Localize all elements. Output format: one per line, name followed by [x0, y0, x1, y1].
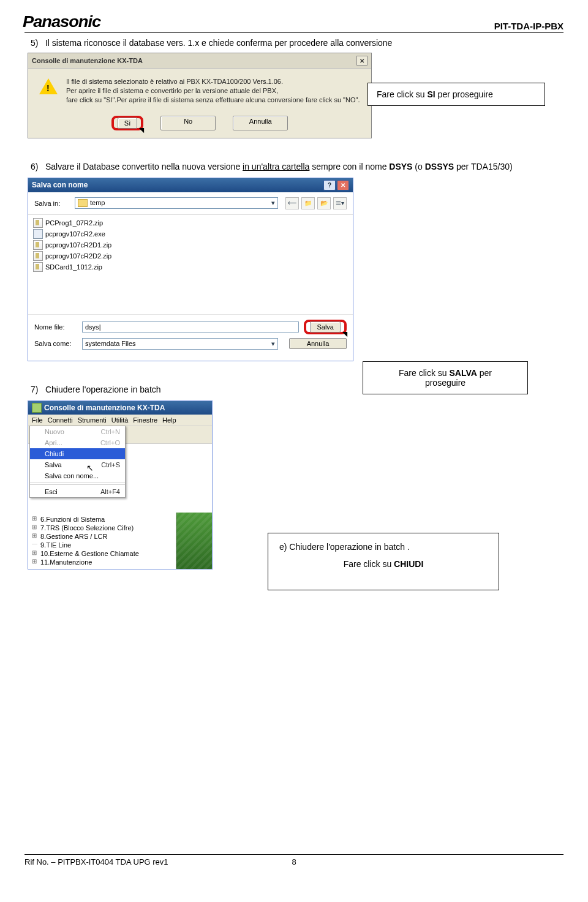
folder-name: temp	[90, 199, 105, 206]
filetype-dropdown[interactable]: systemdata Files ▾	[82, 338, 278, 350]
exe-icon	[33, 229, 43, 239]
tree-item[interactable]: 10.Esterne & Gestione Chiamate	[32, 549, 172, 558]
file-name: pcprogv107cR2.exe	[45, 230, 105, 238]
dialog-titlebar: Consolle di manutenzione KX-TDA ✕	[28, 53, 371, 69]
file-name: PCProg1_07R2.zip	[45, 219, 103, 227]
close-icon[interactable]: ✕	[337, 180, 349, 190]
save-toolbar: Salva in: temp ▾ ⟵ 📁 📂 ☰▾	[28, 192, 353, 215]
doc-code: PIT-TDA-IP-PBX	[494, 21, 564, 31]
filetype-value: systemdata Files	[85, 340, 136, 347]
help-icon[interactable]: ?	[323, 180, 336, 190]
step-7-text: Chiudere l'operazione in batch	[45, 385, 161, 394]
tree-item[interactable]: 6.Funzioni di Sistema	[32, 515, 172, 524]
page-header: Panasonic PIT-TDA-IP-PBX	[24, 12, 564, 33]
file-name: SDCard1_1012.zip	[45, 263, 102, 271]
cursor-icon: ↖	[86, 463, 94, 473]
tree-item[interactable]: 7.TRS (Blocco Selezione Cifre)	[32, 524, 172, 532]
save-title-text: Salva con nome	[32, 181, 88, 189]
salva-button-highlight: Salva	[304, 320, 347, 334]
maintenance-console-window: Consolle di manutenzione KX-TDA FileConn…	[28, 400, 213, 569]
step-5-num: 5)	[31, 38, 43, 48]
no-button[interactable]: No	[160, 116, 216, 130]
filemenu-salva[interactable]: SalvaCtrl+S	[30, 459, 125, 470]
annulla-button[interactable]: Annulla	[233, 116, 288, 130]
app-icon	[32, 403, 42, 413]
folder-dropdown[interactable]: temp ▾	[75, 197, 278, 209]
step-7-num: 7)	[31, 385, 43, 394]
menu-finestre[interactable]: Finestre	[133, 416, 157, 424]
brand-logo: Panasonic	[23, 12, 100, 31]
file-item[interactable]: pcprogv107cR2D1.zip	[33, 239, 348, 250]
note-salva: Fare click su SALVA per proseguire	[363, 361, 528, 394]
file-item[interactable]: pcprogv107cR2D2.zip	[33, 250, 348, 261]
confirmation-dialog: Consolle di manutenzione KX-TDA ✕ Il fil…	[28, 53, 372, 138]
folder-icon	[78, 199, 88, 207]
filemenu-nuovo: NuovoCtrl+N	[30, 426, 125, 437]
up-folder-icon[interactable]: 📁	[301, 197, 315, 209]
menu-connetti[interactable]: Connetti	[48, 416, 73, 424]
file-list[interactable]: PCProg1_07R2.zippcprogv107cR2.exepcprogv…	[28, 215, 353, 314]
step-6: 6) Salvare il Database convertito nella …	[31, 162, 564, 171]
file-name: pcprogv107cR2D2.zip	[45, 252, 111, 260]
save-as-dialog: Salva con nome ? ✕ Salva in: temp ▾ ⟵ 📁 …	[28, 178, 353, 361]
filemenu-chiudi[interactable]: Chiudi	[30, 448, 125, 459]
step-5-text: Il sistema riconosce il database vers. 1…	[45, 38, 393, 48]
note-si: Fare click su SI per proseguire	[368, 83, 545, 106]
dialog-line2: Per aprire il file di sistema e converti…	[66, 86, 360, 96]
note-si-bold: SI	[427, 89, 435, 99]
file-item[interactable]: pcprogv107cR2.exe	[33, 228, 348, 239]
menu-help[interactable]: Help	[162, 416, 176, 424]
new-folder-icon[interactable]: 📂	[317, 197, 331, 209]
file-item[interactable]: PCProg1_07R2.zip	[33, 217, 348, 228]
zip-icon	[33, 251, 43, 261]
salvacome-label: Salva come:	[34, 340, 77, 347]
note-si-prefix: Fare click su	[377, 89, 427, 99]
menubar: FileConnettiStrumentiUtilitàFinestreHelp	[28, 415, 212, 426]
tree-item[interactable]: 9.TIE Line	[32, 541, 172, 549]
tree-item[interactable]: 8.Gestione ARS / LCR	[32, 532, 172, 541]
footer-left: Rif No. – PITPBX-IT0404 TDA UPG rev1	[24, 857, 168, 866]
si-button-highlight: Sì	[111, 116, 143, 130]
zip-icon	[33, 218, 43, 228]
zip-icon	[33, 240, 43, 250]
file-name: pcprogv107cR2D1.zip	[45, 241, 111, 249]
note-chiudi: e) Chiudere l'operazione in batch . Fare…	[268, 533, 499, 590]
content-panel	[176, 513, 212, 569]
zip-icon	[33, 262, 43, 272]
file-menu-dropdown: NuovoCtrl+NApri...Ctrl+OChiudiSalvaCtrl+…	[29, 426, 126, 498]
dialog-message: Il file di sistema selezionato è relativ…	[66, 77, 360, 105]
menu-file[interactable]: File	[32, 416, 43, 424]
filemenu-apri-: Apri...Ctrl+O	[30, 437, 125, 448]
dialog-line1: Il file di sistema selezionato è relativ…	[66, 77, 360, 86]
note-si-suffix: per proseguire	[435, 89, 493, 99]
maint-titlebar: Consolle di manutenzione KX-TDA	[28, 401, 212, 415]
file-item[interactable]: SDCard1_1012.zip	[33, 261, 348, 272]
salva-in-label: Salva in:	[34, 200, 71, 207]
tree-item[interactable]: 11.Manutenzione	[32, 558, 172, 566]
dialog-line3: fare click su "SI".Per aprire il file di…	[66, 96, 360, 105]
annulla-save-button[interactable]: Annulla	[289, 338, 347, 349]
salva-button[interactable]: Salva	[310, 321, 341, 333]
step-6-num: 6)	[31, 162, 43, 171]
si-button[interactable]: Sì	[118, 118, 137, 129]
menu-strumenti[interactable]: Strumenti	[78, 416, 107, 424]
view-menu-icon[interactable]: ☰▾	[333, 197, 347, 209]
step-5: 5) Il sistema riconosce il database vers…	[31, 38, 564, 48]
maint-title-text: Consolle di manutenzione KX-TDA	[44, 404, 165, 412]
back-icon[interactable]: ⟵	[285, 197, 299, 209]
close-icon[interactable]: ✕	[356, 56, 368, 66]
nav-tree[interactable]: 6.Funzioni di Sistema7.TRS (Blocco Selez…	[28, 513, 176, 569]
filename-input[interactable]: dsys	[82, 321, 299, 333]
dialog-title: Consolle di manutenzione KX-TDA	[32, 57, 143, 64]
filemenu-salva-con-nome-[interactable]: Salva con nome...	[30, 470, 125, 481]
nomefile-label: Nome file:	[34, 323, 77, 331]
save-titlebar: Salva con nome ? ✕	[28, 178, 353, 192]
menu-utilità[interactable]: Utilità	[111, 416, 129, 424]
footer-page: 8	[292, 857, 296, 866]
step-6-text: Salvare il Database convertito nella nuo…	[45, 162, 513, 171]
page-footer: Rif No. – PITPBX-IT0404 TDA UPG rev1 8	[24, 854, 564, 866]
warning-icon	[39, 78, 58, 94]
filemenu-esci[interactable]: EsciAlt+F4	[30, 486, 125, 497]
